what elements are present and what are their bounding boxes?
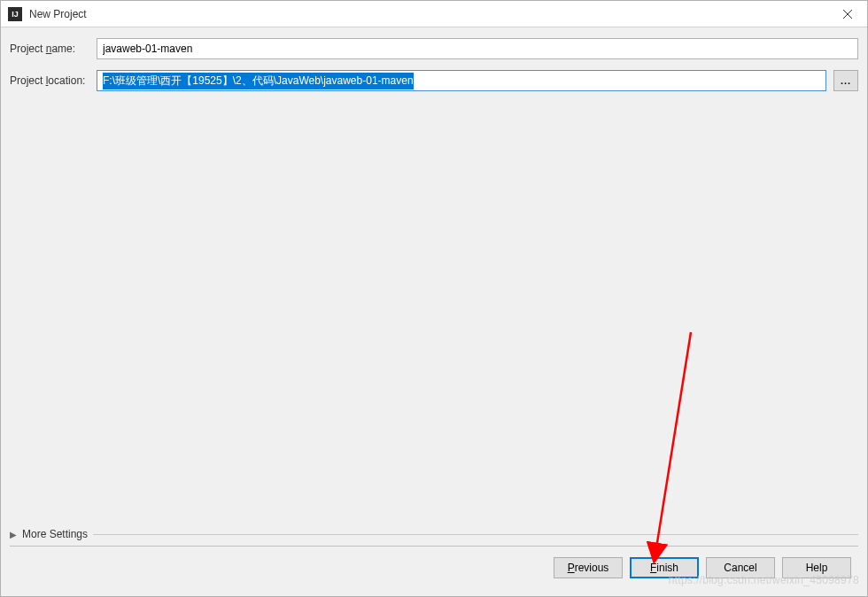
more-settings-label: More Settings <box>22 528 88 540</box>
content-spacer <box>10 102 858 523</box>
titlebar: IJ New Project <box>1 1 867 27</box>
dialog-content: Project name: Project location: F:\班级管理\… <box>1 27 867 596</box>
project-name-row: Project name: <box>10 38 858 59</box>
chevron-right-icon: ▶ <box>10 530 17 539</box>
window-title: New Project <box>29 8 827 20</box>
new-project-dialog: IJ New Project Project name: Project loc… <box>0 0 868 597</box>
separator-line <box>93 534 858 535</box>
close-icon <box>843 10 852 19</box>
previous-button[interactable]: Previous <box>554 557 623 578</box>
dialog-buttons: Previous Finish Cancel Help <box>10 554 858 585</box>
browse-location-button[interactable]: ... <box>833 70 858 91</box>
cancel-button[interactable]: Cancel <box>706 557 775 578</box>
help-button[interactable]: Help <box>782 557 851 578</box>
close-button[interactable] <box>827 1 867 27</box>
project-location-row: Project location: F:\班级管理\西开【19525】\2、代码… <box>10 70 858 91</box>
project-location-label: Project location: <box>10 74 97 87</box>
project-name-input[interactable] <box>97 38 858 59</box>
more-settings-toggle[interactable]: ▶ More Settings <box>10 523 858 547</box>
project-location-value: F:\班级管理\西开【19525】\2、代码\JavaWeb\javaweb-0… <box>103 73 414 89</box>
intellij-icon: IJ <box>8 7 22 21</box>
project-location-input[interactable]: F:\班级管理\西开【19525】\2、代码\JavaWeb\javaweb-0… <box>97 70 826 91</box>
project-name-label: Project name: <box>10 43 97 55</box>
finish-button[interactable]: Finish <box>630 557 699 578</box>
